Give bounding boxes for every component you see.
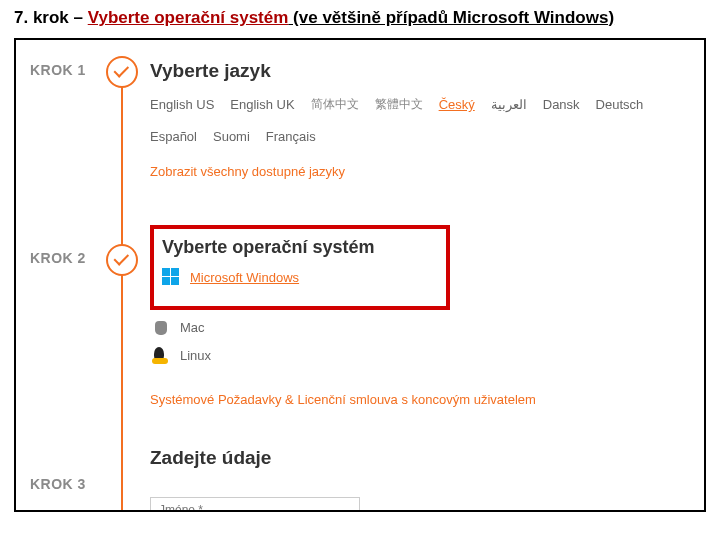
language-list: English US English UK 简体中文 繁體中文 Český ال… <box>150 96 690 144</box>
linux-icon <box>152 346 170 364</box>
step2-label: KROK 2 <box>30 250 86 266</box>
name-field[interactable] <box>150 497 360 512</box>
lang-option[interactable]: Suomi <box>213 129 250 144</box>
lang-option[interactable]: 简体中文 <box>311 96 359 113</box>
screenshot-frame: KROK 1 KROK 2 KROK 3 Vyberte jazyk Engli… <box>14 38 706 512</box>
mac-icon <box>152 318 170 336</box>
section1-heading: Vyberte jazyk <box>150 60 690 82</box>
os-highlight-box: Vyberte operační systém Microsoft Window… <box>150 225 450 310</box>
os-option-linux[interactable]: Linux <box>152 346 690 364</box>
title-prefix: 7. krok – <box>14 8 88 27</box>
title-suffix: (ve většině případů Microsoft Windows) <box>288 8 614 27</box>
section3-heading: Zadejte údaje <box>150 447 690 469</box>
step1-badge <box>106 56 138 88</box>
os-option-windows[interactable]: Microsoft Windows <box>162 268 436 286</box>
lang-option[interactable]: Français <box>266 129 316 144</box>
lang-option[interactable]: العربية <box>491 97 527 112</box>
step1-label: KROK 1 <box>30 62 86 78</box>
lang-option[interactable]: English UK <box>230 97 294 112</box>
check-icon <box>114 250 130 266</box>
step2-badge <box>106 244 138 276</box>
content-column: Vyberte jazyk English US English UK 简体中文… <box>150 54 690 510</box>
lang-option[interactable]: Dansk <box>543 97 580 112</box>
step3-label: KROK 3 <box>30 476 86 492</box>
os-label: Linux <box>180 348 211 363</box>
os-label: Mac <box>180 320 205 335</box>
check-icon <box>114 62 130 78</box>
show-all-languages-link[interactable]: Zobrazit všechny dostupné jazyky <box>150 164 345 179</box>
lang-option[interactable]: Español <box>150 129 197 144</box>
section2-heading: Vyberte operační systém <box>162 237 436 258</box>
instruction-title: 7. krok – Vyberte operační systém (ve vě… <box>14 8 706 28</box>
progress-line <box>121 72 123 512</box>
windows-icon <box>162 268 180 286</box>
os-option-mac[interactable]: Mac <box>152 318 690 336</box>
lang-option-selected[interactable]: Český <box>439 97 475 112</box>
lang-option[interactable]: 繁體中文 <box>375 96 423 113</box>
title-highlight: Vyberte operační systém <box>88 8 289 27</box>
lang-option[interactable]: English US <box>150 97 214 112</box>
step-rail: KROK 1 KROK 2 KROK 3 <box>30 54 150 510</box>
system-requirements-link[interactable]: Systémové Požadavky & Licenční smlouva s… <box>150 392 536 407</box>
lang-option[interactable]: Deutsch <box>596 97 644 112</box>
os-label: Microsoft Windows <box>190 270 299 285</box>
